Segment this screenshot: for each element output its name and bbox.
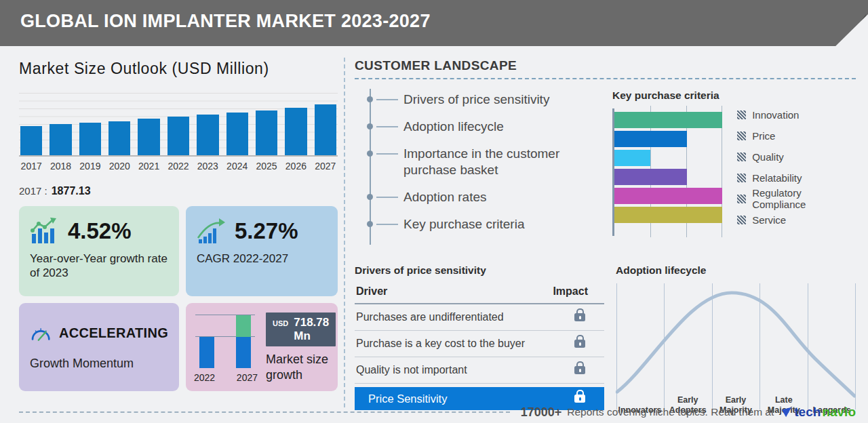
impact-column-header: Impact [553, 285, 588, 298]
kpc-row [614, 150, 722, 166]
kpc-bar-quality [614, 150, 650, 166]
market-xlabel: 2026 [285, 161, 307, 172]
growth-caption: Market size growth [266, 352, 336, 384]
yoy-value: 4.52% [68, 218, 132, 244]
market-growth-card: 20222027 USD 718.78 Mn Market size growt… [186, 303, 338, 391]
stat-cards: 4.52% Year-over-Year growth rate of 2023… [19, 206, 338, 391]
kpc-row [614, 188, 722, 204]
technavio-arrow-icon [781, 406, 793, 418]
market-xlabel: 2019 [79, 161, 101, 172]
landscape-topic: Drivers of price sensitivity [371, 92, 612, 107]
kpc-row [614, 169, 722, 185]
momentum-card: ACCELERATING Growth Momentum [19, 303, 179, 391]
kpc-bar-innovation [614, 112, 722, 128]
kpc-row [614, 207, 722, 223]
brand-navio: navio [822, 405, 856, 420]
landscape-topics: Drivers of price sensitivityAdoption lif… [355, 79, 612, 245]
market-bar-2020 [108, 121, 130, 155]
callout-year-label: 2017 : [19, 185, 47, 197]
landscape-topic: Adoption lifecycle [371, 119, 612, 134]
cagr-value: 5.27% [235, 218, 298, 244]
market-xlabel: 2027 [315, 161, 336, 172]
growth-mini-chart: 20222027 [194, 310, 258, 384]
landscape-topic: Importance in the customer purchase bask… [371, 146, 612, 177]
kpc-legend-label: Service [752, 214, 786, 226]
market-bar-2025 [256, 110, 277, 155]
market-bar-2023 [197, 115, 218, 155]
market-size-callout: 2017 :1877.13 [19, 185, 338, 197]
lifecycle-title: Adoption lifecycle [616, 264, 856, 277]
yoy-growth-card: 4.52% Year-over-Year growth rate of 2023 [19, 206, 179, 296]
brand-tech: tech [794, 405, 821, 420]
growth-amount: 718.78 Mn [294, 316, 329, 343]
driver-label: Purchase is a key cost to the buyer [356, 338, 525, 350]
currency-label: USD [273, 319, 288, 327]
market-bar-2022 [167, 117, 189, 155]
footer-divider [19, 411, 510, 413]
market-xlabel: 2024 [226, 161, 248, 172]
market-bar-2017 [20, 126, 42, 155]
page-title: GLOBAL ION IMPLANTER MARKET 2023-2027 [0, 0, 868, 32]
customer-landscape-title: CUSTOMER LANDSCAPE [355, 58, 856, 79]
drivers-table-header: Driver Impact [355, 283, 604, 304]
growth-bar-2027 [236, 315, 251, 368]
kpc-legend-item: Service [737, 215, 856, 224]
drivers-title: Drivers of price sensitivity [355, 264, 604, 277]
driver-label: Purchases are undifferentiated [356, 311, 504, 323]
market-size-section: Market Size Outlook (USD Million) 201720… [19, 60, 338, 391]
kpc-row [614, 112, 722, 128]
market-bar-2027 [315, 104, 336, 155]
bar-trend-icon [30, 217, 60, 245]
kpc-legend-item: Regulatory Compliance [737, 194, 856, 203]
page-curl-decoration [833, 14, 868, 46]
legend-swatch-icon [737, 174, 746, 182]
market-bar-2024 [226, 113, 248, 155]
growth-xlabel: 2022 [194, 372, 215, 383]
kpc-legend-item: Quality [737, 152, 856, 161]
legend-swatch-icon [737, 110, 746, 119]
momentum-caption: Growth Momentum [30, 356, 168, 371]
market-xlabel: 2017 [20, 161, 42, 172]
momentum-value: ACCELERATING [59, 325, 168, 341]
growth-bar-2022 [199, 337, 214, 368]
growth-mini-bars [195, 314, 255, 368]
growth-arrow-icon [197, 217, 226, 245]
report-count: 17000+ [521, 405, 562, 420]
growth-mini-xlabels: 20222027 [194, 372, 258, 383]
legend-swatch-icon [737, 153, 746, 161]
kpc-legend-item: Price [737, 131, 856, 140]
landscape-topic: Adoption rates [371, 189, 612, 205]
market-xlabel: 2018 [50, 161, 71, 172]
market-xlabel: 2021 [138, 161, 159, 172]
driver-row: Purchase is a key cost to the buyer [355, 331, 604, 357]
kpc-legend-label: Innovation [752, 109, 799, 121]
callout-value: 1877.13 [52, 185, 91, 197]
key-purchase-criteria-block: Key purchase criteria InnovationPriceQua… [612, 79, 856, 245]
driver-label: Quality is not important [356, 364, 467, 376]
kpc-bar-regulatory-compliance [614, 188, 722, 204]
kpc-bar-service [614, 207, 722, 223]
lock-icon [574, 313, 585, 321]
driver-row: Purchases are undifferentiated [355, 304, 604, 331]
kpc-title: Key purchase criteria [612, 89, 856, 102]
kpc-legend-label: Relatability [752, 172, 802, 184]
section-divider [344, 58, 345, 407]
market-bar-2021 [138, 119, 159, 155]
growth-segment-growth [236, 315, 251, 337]
growth-amount-badge: USD 718.78 Mn [266, 313, 336, 346]
landscape-topic-list: Drivers of price sensitivityAdoption lif… [370, 89, 612, 245]
speedometer-icon [30, 319, 51, 346]
driver-column-header: Driver [356, 285, 387, 298]
kpc-bar-relatability [614, 169, 687, 185]
growth-segment-base [199, 337, 214, 368]
price-sensitivity-block: Drivers of price sensitivity Driver Impa… [355, 254, 616, 416]
legend-swatch-icon [737, 195, 746, 203]
lock-icon [574, 395, 585, 403]
drivers-rows: Purchases are undifferentiatedPurchase i… [355, 304, 604, 384]
growth-xlabel: 2027 [237, 372, 258, 383]
market-xlabel: 2025 [256, 161, 277, 172]
growth-segment-base [236, 337, 251, 368]
market-bar-2026 [285, 108, 307, 155]
kpc-legend-label: Regulatory Compliance [752, 187, 856, 210]
kpc-row [614, 131, 722, 147]
